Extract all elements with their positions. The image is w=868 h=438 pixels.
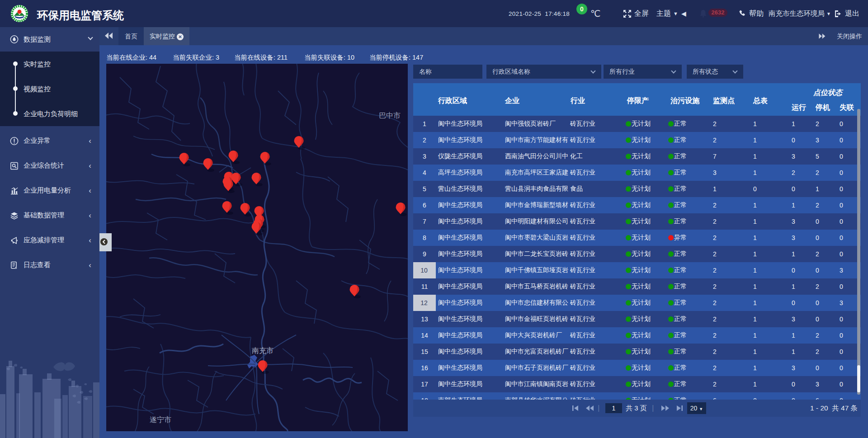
svg-text:南充市: 南充市 — [252, 347, 274, 354]
svg-text:巴中市: 巴中市 — [379, 112, 401, 119]
svg-text:遂宁市: 遂宁市 — [150, 416, 171, 424]
